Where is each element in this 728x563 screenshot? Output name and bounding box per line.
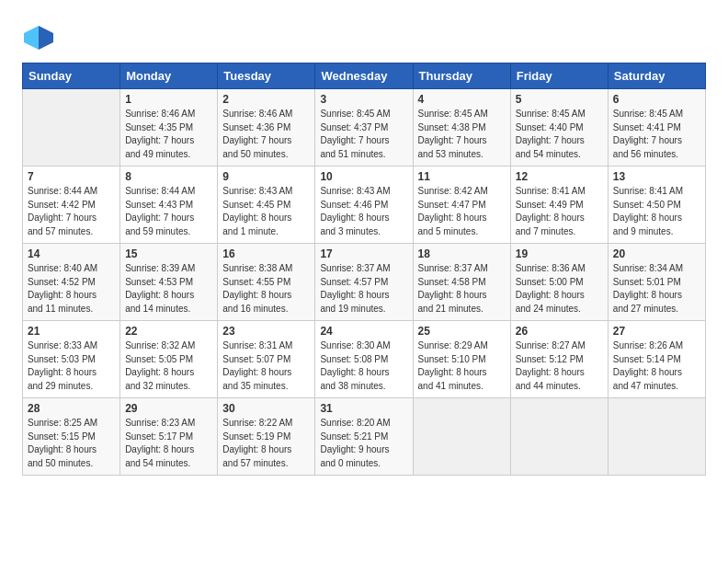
day-number: 7 xyxy=(28,170,115,183)
day-header-wednesday: Wednesday xyxy=(315,63,413,89)
cell-content: Sunrise: 8:34 AM Sunset: 5:01 PM Dayligh… xyxy=(613,262,700,316)
cell-content: Sunrise: 8:37 AM Sunset: 4:57 PM Dayligh… xyxy=(320,262,407,316)
week-row-1: 1Sunrise: 8:46 AM Sunset: 4:35 PM Daylig… xyxy=(23,89,706,167)
cell-content: Sunrise: 8:31 AM Sunset: 5:07 PM Dayligh… xyxy=(222,339,310,393)
day-number: 30 xyxy=(222,402,310,415)
calendar-cell: 25Sunrise: 8:29 AM Sunset: 5:10 PM Dayli… xyxy=(413,321,510,398)
day-number: 1 xyxy=(125,93,212,106)
day-number: 6 xyxy=(613,93,700,106)
calendar-cell: 29Sunrise: 8:23 AM Sunset: 5:17 PM Dayli… xyxy=(120,398,218,476)
cell-content: Sunrise: 8:45 AM Sunset: 4:40 PM Dayligh… xyxy=(516,108,603,161)
cell-content: Sunrise: 8:43 AM Sunset: 4:45 PM Dayligh… xyxy=(222,185,310,238)
day-number: 27 xyxy=(613,325,700,338)
day-number: 11 xyxy=(418,170,506,183)
calendar-cell: 7Sunrise: 8:44 AM Sunset: 4:42 PM Daylig… xyxy=(23,167,120,244)
calendar-cell: 11Sunrise: 8:42 AM Sunset: 4:47 PM Dayli… xyxy=(413,167,510,244)
calendar-cell: 16Sunrise: 8:38 AM Sunset: 4:55 PM Dayli… xyxy=(218,244,315,321)
calendar-cell: 27Sunrise: 8:26 AM Sunset: 5:14 PM Dayli… xyxy=(608,321,705,398)
day-number: 23 xyxy=(222,325,310,338)
calendar-cell: 21Sunrise: 8:33 AM Sunset: 5:03 PM Dayli… xyxy=(23,321,120,398)
day-number: 28 xyxy=(28,402,115,415)
calendar-header: SundayMondayTuesdayWednesdayThursdayFrid… xyxy=(23,63,706,89)
calendar-cell: 17Sunrise: 8:37 AM Sunset: 4:57 PM Dayli… xyxy=(315,244,413,321)
cell-content: Sunrise: 8:36 AM Sunset: 5:00 PM Dayligh… xyxy=(516,262,603,316)
day-header-monday: Monday xyxy=(120,63,218,89)
cell-content: Sunrise: 8:40 AM Sunset: 4:52 PM Dayligh… xyxy=(28,262,115,316)
calendar-cell xyxy=(510,398,608,476)
day-number: 15 xyxy=(125,247,212,260)
cell-content: Sunrise: 8:41 AM Sunset: 4:50 PM Dayligh… xyxy=(613,185,700,238)
calendar-cell: 10Sunrise: 8:43 AM Sunset: 4:46 PM Dayli… xyxy=(315,167,413,244)
calendar-body: 1Sunrise: 8:46 AM Sunset: 4:35 PM Daylig… xyxy=(23,89,706,476)
calendar-cell: 18Sunrise: 8:37 AM Sunset: 4:58 PM Dayli… xyxy=(413,244,510,321)
calendar-cell: 24Sunrise: 8:30 AM Sunset: 5:08 PM Dayli… xyxy=(315,321,413,398)
cell-content: Sunrise: 8:44 AM Sunset: 4:42 PM Dayligh… xyxy=(28,185,115,238)
day-number: 8 xyxy=(125,170,212,183)
calendar-cell: 20Sunrise: 8:34 AM Sunset: 5:01 PM Dayli… xyxy=(608,244,705,321)
day-number: 24 xyxy=(320,325,407,338)
day-header-tuesday: Tuesday xyxy=(218,63,315,89)
cell-content: Sunrise: 8:20 AM Sunset: 5:21 PM Dayligh… xyxy=(320,417,407,470)
day-number: 4 xyxy=(418,93,506,106)
day-number: 13 xyxy=(613,170,700,183)
cell-content: Sunrise: 8:42 AM Sunset: 4:47 PM Dayligh… xyxy=(418,185,506,238)
day-number: 9 xyxy=(222,170,310,183)
cell-content: Sunrise: 8:45 AM Sunset: 4:41 PM Dayligh… xyxy=(613,108,700,161)
calendar-cell xyxy=(608,398,705,476)
day-number: 21 xyxy=(28,325,115,338)
week-row-2: 7Sunrise: 8:44 AM Sunset: 4:42 PM Daylig… xyxy=(23,167,706,244)
day-number: 31 xyxy=(320,402,407,415)
cell-content: Sunrise: 8:38 AM Sunset: 4:55 PM Dayligh… xyxy=(222,262,310,316)
day-number: 12 xyxy=(516,170,603,183)
week-row-3: 14Sunrise: 8:40 AM Sunset: 4:52 PM Dayli… xyxy=(23,244,706,321)
logo xyxy=(22,22,59,55)
cell-content: Sunrise: 8:46 AM Sunset: 4:36 PM Dayligh… xyxy=(222,108,310,161)
cell-content: Sunrise: 8:32 AM Sunset: 5:05 PM Dayligh… xyxy=(125,339,212,393)
cell-content: Sunrise: 8:41 AM Sunset: 4:49 PM Dayligh… xyxy=(516,185,603,238)
cell-content: Sunrise: 8:33 AM Sunset: 5:03 PM Dayligh… xyxy=(28,339,115,393)
header-row: SundayMondayTuesdayWednesdayThursdayFrid… xyxy=(23,63,706,89)
day-number: 17 xyxy=(320,247,407,260)
day-number: 25 xyxy=(418,325,506,338)
day-number: 10 xyxy=(320,170,407,183)
calendar-cell: 6Sunrise: 8:45 AM Sunset: 4:41 PM Daylig… xyxy=(608,89,705,167)
day-number: 5 xyxy=(516,93,603,106)
cell-content: Sunrise: 8:44 AM Sunset: 4:43 PM Dayligh… xyxy=(125,185,212,238)
calendar-cell: 9Sunrise: 8:43 AM Sunset: 4:45 PM Daylig… xyxy=(218,167,315,244)
calendar-cell: 3Sunrise: 8:45 AM Sunset: 4:37 PM Daylig… xyxy=(315,89,413,167)
cell-content: Sunrise: 8:43 AM Sunset: 4:46 PM Dayligh… xyxy=(320,185,407,238)
day-number: 29 xyxy=(125,402,212,415)
day-number: 16 xyxy=(222,247,310,260)
cell-content: Sunrise: 8:23 AM Sunset: 5:17 PM Dayligh… xyxy=(125,417,212,470)
calendar-cell: 4Sunrise: 8:45 AM Sunset: 4:38 PM Daylig… xyxy=(413,89,510,167)
logo-icon xyxy=(22,22,55,55)
calendar-cell: 5Sunrise: 8:45 AM Sunset: 4:40 PM Daylig… xyxy=(510,89,608,167)
calendar-cell: 30Sunrise: 8:22 AM Sunset: 5:19 PM Dayli… xyxy=(218,398,315,476)
calendar-cell: 1Sunrise: 8:46 AM Sunset: 4:35 PM Daylig… xyxy=(120,89,218,167)
day-header-thursday: Thursday xyxy=(413,63,510,89)
day-number: 20 xyxy=(613,247,700,260)
cell-content: Sunrise: 8:37 AM Sunset: 4:58 PM Dayligh… xyxy=(418,262,506,316)
cell-content: Sunrise: 8:46 AM Sunset: 4:35 PM Dayligh… xyxy=(125,108,212,161)
day-number: 2 xyxy=(222,93,310,106)
calendar-cell: 31Sunrise: 8:20 AM Sunset: 5:21 PM Dayli… xyxy=(315,398,413,476)
day-header-saturday: Saturday xyxy=(608,63,705,89)
cell-content: Sunrise: 8:27 AM Sunset: 5:12 PM Dayligh… xyxy=(516,339,603,393)
cell-content: Sunrise: 8:45 AM Sunset: 4:38 PM Dayligh… xyxy=(418,108,506,161)
calendar-cell xyxy=(23,89,120,167)
day-header-friday: Friday xyxy=(510,63,608,89)
cell-content: Sunrise: 8:29 AM Sunset: 5:10 PM Dayligh… xyxy=(418,339,506,393)
calendar-cell: 26Sunrise: 8:27 AM Sunset: 5:12 PM Dayli… xyxy=(510,321,608,398)
cell-content: Sunrise: 8:22 AM Sunset: 5:19 PM Dayligh… xyxy=(222,417,310,470)
cell-content: Sunrise: 8:45 AM Sunset: 4:37 PM Dayligh… xyxy=(320,108,407,161)
week-row-4: 21Sunrise: 8:33 AM Sunset: 5:03 PM Dayli… xyxy=(23,321,706,398)
calendar-cell: 19Sunrise: 8:36 AM Sunset: 5:00 PM Dayli… xyxy=(510,244,608,321)
calendar-cell xyxy=(413,398,510,476)
cell-content: Sunrise: 8:26 AM Sunset: 5:14 PM Dayligh… xyxy=(613,339,700,393)
day-number: 18 xyxy=(418,247,506,260)
calendar-table: SundayMondayTuesdayWednesdayThursdayFrid… xyxy=(22,63,706,476)
calendar-cell: 23Sunrise: 8:31 AM Sunset: 5:07 PM Dayli… xyxy=(218,321,315,398)
calendar-cell: 14Sunrise: 8:40 AM Sunset: 4:52 PM Dayli… xyxy=(23,244,120,321)
cell-content: Sunrise: 8:39 AM Sunset: 4:53 PM Dayligh… xyxy=(125,262,212,316)
day-number: 26 xyxy=(516,325,603,338)
